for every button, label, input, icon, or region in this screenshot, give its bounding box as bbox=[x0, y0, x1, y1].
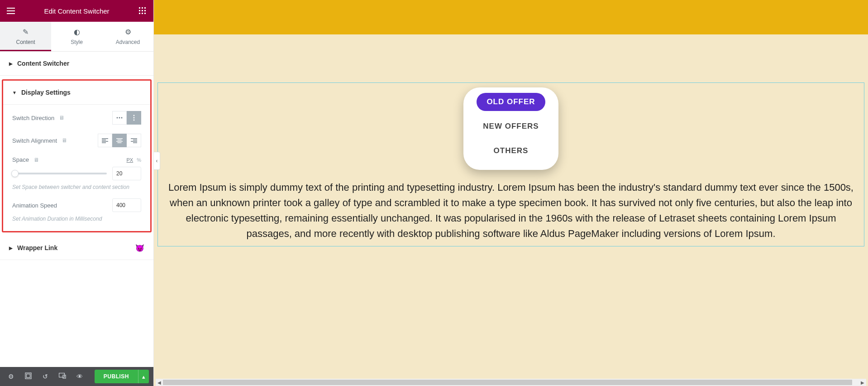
panel-collapse-handle[interactable]: ‹ bbox=[154, 152, 160, 170]
desktop-icon[interactable]: 🖥 bbox=[62, 137, 67, 144]
publish-button[interactable]: PUBLISH bbox=[95, 370, 138, 383]
apps-icon[interactable] bbox=[138, 6, 147, 15]
contrast-icon: ◐ bbox=[74, 28, 80, 36]
animation-hint: Set Animation Duration in Millisecond bbox=[12, 216, 141, 222]
caret-right-icon: ▶ bbox=[9, 246, 13, 251]
section-title: Display Settings bbox=[21, 89, 71, 96]
svg-rect-5 bbox=[144, 10, 146, 11]
switch-direction-group bbox=[112, 111, 141, 125]
switcher-tab-old[interactable]: OLD OFFER bbox=[477, 93, 545, 111]
animation-speed-row: Animation Speed bbox=[12, 198, 141, 212]
page-header-band bbox=[154, 0, 868, 34]
switch-alignment-group bbox=[98, 134, 141, 147]
panel-title: Edit Content Switcher bbox=[44, 7, 109, 15]
gear-icon: ⚙ bbox=[125, 28, 131, 36]
section-display-settings[interactable]: ▼ Display Settings bbox=[3, 81, 150, 105]
svg-rect-6 bbox=[139, 13, 140, 14]
svg-point-10 bbox=[119, 117, 120, 119]
space-slider[interactable] bbox=[12, 173, 107, 174]
responsive-icon[interactable] bbox=[56, 373, 69, 380]
scroll-right-icon[interactable]: ▶ bbox=[859, 379, 866, 386]
svg-rect-3 bbox=[139, 10, 140, 11]
space-slider-row bbox=[12, 167, 141, 180]
desktop-icon[interactable]: 🖥 bbox=[59, 115, 64, 121]
animation-speed-input[interactable] bbox=[112, 198, 141, 212]
scroll-left-icon[interactable]: ◀ bbox=[156, 379, 163, 386]
section-content-switcher[interactable]: ▶ Content Switcher bbox=[0, 52, 153, 76]
space-input[interactable] bbox=[112, 167, 141, 180]
align-left-button[interactable] bbox=[98, 134, 112, 147]
control-label: Switch Alignment bbox=[12, 137, 57, 144]
publish-options-button[interactable]: ▴ bbox=[138, 370, 149, 383]
tab-label: Content bbox=[16, 39, 35, 45]
section-title: Content Switcher bbox=[17, 60, 69, 67]
desktop-icon[interactable]: 🖥 bbox=[33, 157, 39, 163]
preview-icon[interactable]: 👁 bbox=[73, 373, 86, 380]
svg-point-11 bbox=[121, 117, 123, 119]
tab-label: Advanced bbox=[116, 39, 140, 45]
display-settings-highlight: ▼ Display Settings Switch Direction 🖥 bbox=[2, 79, 152, 232]
brand-badge-icon: 😈 bbox=[135, 244, 144, 252]
caret-down-icon: ▼ bbox=[12, 90, 17, 95]
control-label: Animation Speed bbox=[12, 202, 57, 209]
scroll-thumb[interactable] bbox=[163, 380, 852, 385]
unit-selector: PX % bbox=[127, 157, 141, 163]
switch-direction-row: Switch Direction 🖥 bbox=[12, 111, 141, 125]
svg-rect-2 bbox=[144, 7, 146, 9]
sections: ▶ Content Switcher ▼ Display Settings Sw… bbox=[0, 52, 153, 367]
panel-tabs: ✎ Content ◐ Style ⚙ Advanced bbox=[0, 22, 153, 52]
scroll-track[interactable] bbox=[163, 379, 859, 386]
display-settings-body: Switch Direction 🖥 bbox=[3, 105, 150, 231]
sidebar-footer: ⚙ ↺ 👁 PUBLISH ▴ bbox=[0, 367, 153, 386]
section-title: Wrapper Link bbox=[17, 244, 57, 251]
tab-advanced[interactable]: ⚙ Advanced bbox=[102, 22, 153, 51]
align-center-button[interactable] bbox=[112, 134, 127, 147]
horizontal-scrollbar[interactable]: ◀ ▶ bbox=[156, 379, 866, 386]
slider-thumb[interactable] bbox=[11, 170, 19, 177]
svg-point-9 bbox=[117, 117, 118, 119]
tab-content[interactable]: ✎ Content bbox=[0, 22, 51, 51]
navigator-icon[interactable] bbox=[22, 372, 34, 381]
caret-right-icon: ▶ bbox=[9, 61, 13, 66]
switch-alignment-row: Switch Alignment 🖥 bbox=[12, 134, 141, 147]
switcher-tabs: OLD OFFER NEW OFFERS OTHERS bbox=[463, 87, 558, 170]
svg-point-14 bbox=[133, 120, 134, 121]
direction-vertical-button[interactable] bbox=[127, 111, 141, 125]
direction-horizontal-button[interactable] bbox=[112, 111, 127, 125]
svg-rect-1 bbox=[142, 7, 143, 9]
tab-label: Style bbox=[71, 39, 83, 45]
svg-point-13 bbox=[133, 117, 134, 119]
settings-icon[interactable]: ⚙ bbox=[5, 373, 17, 380]
switcher-tab-others[interactable]: OTHERS bbox=[484, 142, 539, 160]
sidebar-header: Edit Content Switcher bbox=[0, 0, 153, 22]
space-row: Space 🖥 PX % bbox=[12, 156, 141, 163]
svg-rect-8 bbox=[144, 13, 146, 14]
space-hint: Set Space between switcher and content s… bbox=[12, 184, 141, 190]
sidebar: Edit Content Switcher ✎ Content ◐ Style … bbox=[0, 0, 154, 386]
section-wrapper-link[interactable]: ▶ Wrapper Link 😈 bbox=[0, 236, 153, 260]
unit-px[interactable]: PX bbox=[127, 157, 134, 163]
content-switcher-widget[interactable]: OLD OFFER NEW OFFERS OTHERS Lorem Ipsum … bbox=[157, 82, 864, 246]
svg-rect-28 bbox=[26, 374, 30, 378]
switcher-tab-new[interactable]: NEW OFFERS bbox=[473, 117, 548, 135]
switcher-content: Lorem Ipsum is simply dummy text of the … bbox=[159, 180, 863, 241]
svg-point-12 bbox=[133, 115, 134, 116]
svg-rect-0 bbox=[139, 7, 140, 9]
pencil-icon: ✎ bbox=[23, 28, 29, 36]
tab-style[interactable]: ◐ Style bbox=[51, 22, 102, 51]
align-right-button[interactable] bbox=[127, 134, 141, 147]
unit-percent[interactable]: % bbox=[137, 157, 141, 163]
control-label: Switch Direction bbox=[12, 115, 54, 121]
svg-rect-7 bbox=[142, 13, 143, 14]
control-label: Space bbox=[12, 156, 29, 163]
editor-canvas: ‹ OLD OFFER NEW OFFERS OTHERS Lorem Ipsu… bbox=[154, 0, 868, 386]
svg-rect-4 bbox=[142, 10, 143, 11]
menu-icon[interactable] bbox=[6, 6, 15, 15]
history-icon[interactable]: ↺ bbox=[39, 373, 52, 380]
